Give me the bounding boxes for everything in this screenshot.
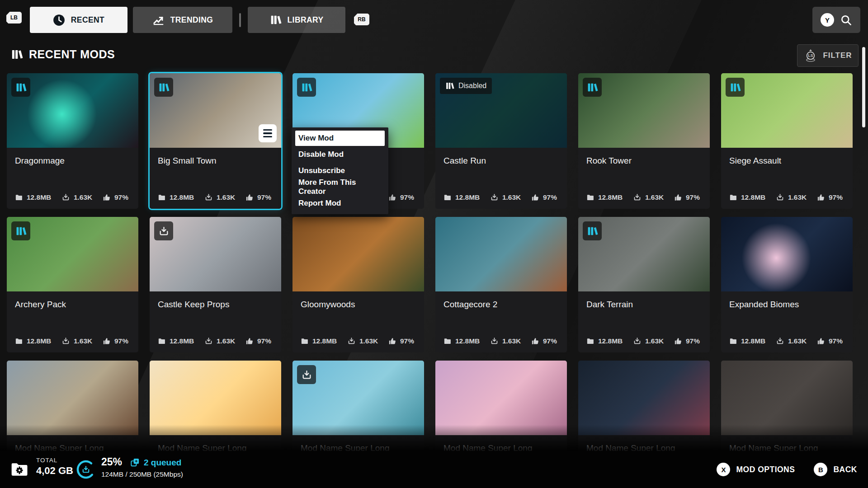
- total-storage: TOTAL 4,02 GB: [36, 457, 73, 477]
- folder-icon: [301, 337, 309, 345]
- mod-rating: 97%: [245, 337, 271, 345]
- mod-size: 12.8MB: [586, 337, 623, 345]
- mod-card[interactable]: Siege Assault 12.8MB 1.63K: [721, 73, 853, 209]
- folder-icon: [15, 193, 23, 202]
- mod-stats: 12.8MB 1.63K 97%: [301, 337, 414, 345]
- library-icon: [587, 82, 598, 93]
- mod-size: 12.8MB: [443, 193, 480, 202]
- mod-options-button[interactable]: X MOD OPTIONS: [717, 463, 795, 476]
- context-menu-item[interactable]: Unsubscribe: [295, 163, 385, 178]
- x-button-hint: X: [717, 463, 730, 476]
- download-progress-ring: [76, 460, 96, 479]
- mod-downloads: 1.63K: [204, 337, 235, 345]
- download-icon: [81, 465, 90, 474]
- top-bar: LB RECENT TRENDING LIBRARY RB Y: [0, 0, 868, 41]
- mod-stats: 12.8MB 1.63K 97%: [158, 193, 271, 202]
- mod-rating: 97%: [531, 337, 557, 345]
- mod-thumbnail: [150, 361, 281, 435]
- download-icon: [633, 193, 642, 202]
- mod-downloads: 1.63K: [633, 337, 664, 345]
- back-button[interactable]: B BACK: [814, 463, 857, 476]
- left-stick-icon: LS: [803, 48, 818, 63]
- mod-title: Rook Tower: [586, 156, 702, 166]
- mod-downloads: 1.63K: [776, 337, 807, 345]
- tab-recent[interactable]: RECENT: [30, 7, 127, 33]
- disabled-badge: Disabled: [440, 78, 492, 94]
- folder-icon: [443, 193, 452, 202]
- mod-title: Castle Run: [443, 156, 559, 166]
- mod-title: Castle Keep Props: [158, 300, 273, 310]
- mod-context-menu-button[interactable]: [259, 124, 277, 142]
- mod-card[interactable]: Disabled Castle Run 12.8MB: [435, 73, 567, 209]
- folder-icon: [729, 193, 737, 202]
- mod-card[interactable]: Rook Tower 12.8MB 1.63K: [578, 73, 710, 209]
- mod-size: 12.8MB: [443, 337, 480, 345]
- subscribed-badge: [11, 221, 30, 240]
- mod-card[interactable]: Dark Terrain 12.8MB 1.63K: [578, 217, 710, 352]
- context-menu-item[interactable]: Disable Mod: [295, 147, 385, 162]
- mod-downloads: 1.63K: [61, 337, 92, 345]
- mod-downloads: 1.63K: [776, 193, 807, 202]
- mod-thumbnail: [578, 217, 710, 291]
- mod-rating: 97%: [103, 193, 128, 202]
- mod-card[interactable]: Cottagecore 2 12.8MB 1.63K: [435, 217, 567, 352]
- mod-thumbnail: [435, 361, 567, 435]
- tab-library[interactable]: LIBRARY: [248, 7, 345, 33]
- mod-card[interactable]: Archery Pack 12.8MB 1.63K: [7, 217, 138, 352]
- context-menu-item[interactable]: Report Mod: [295, 196, 385, 211]
- search-button[interactable]: Y: [812, 7, 860, 33]
- subscribed-badge: [726, 78, 745, 97]
- folder-icon: [729, 337, 737, 345]
- mod-thumbnail: [7, 361, 138, 435]
- mod-title: Archery Pack: [15, 300, 130, 310]
- mod-stats: 12.8MB 1.63K 97%: [158, 337, 271, 345]
- queued-indicator: 2 queued: [130, 457, 181, 468]
- mod-rating: 97%: [817, 193, 843, 202]
- mod-card[interactable]: Dragonmage 12.8MB 1.63K: [7, 73, 138, 209]
- download-icon: [633, 337, 642, 345]
- scrollbar[interactable]: [862, 47, 865, 127]
- folder-icon: [586, 193, 594, 202]
- folder-icon: [15, 337, 23, 345]
- mod-title: Siege Assault: [729, 156, 844, 166]
- library-icon: [587, 225, 598, 237]
- mod-card[interactable]: Big Small Town 12.8MB 1.63K: [150, 73, 281, 209]
- mod-card[interactable]: Expanded Biomes 12.8MB 1.63K: [721, 217, 853, 352]
- mod-info: Gloomywoods 12.8MB 1.63K: [292, 291, 424, 352]
- context-menu-item[interactable]: More From This Creator: [295, 179, 385, 195]
- clock-icon: [53, 14, 65, 26]
- context-menu-item[interactable]: View Mod: [295, 131, 385, 146]
- mod-info: Siege Assault 12.8MB 1.63K: [721, 148, 853, 209]
- mod-stats: 12.8MB 1.63K 97%: [443, 337, 557, 345]
- filter-button[interactable]: LS FILTER: [797, 44, 859, 67]
- mod-rating: 97%: [245, 193, 271, 202]
- mod-card[interactable]: Gloomywoods 12.8MB 1.63K: [292, 217, 424, 352]
- tab-recent-label: RECENT: [71, 15, 104, 25]
- folder-icon: [586, 337, 594, 345]
- mod-thumbnail: [7, 73, 138, 148]
- mod-rating: 97%: [674, 337, 700, 345]
- mod-stats: 12.8MB 1.63K 97%: [729, 337, 843, 345]
- tab-trending[interactable]: TRENDING: [133, 7, 232, 33]
- mod-context-menu: View ModDisable ModUnsubscribeMore From …: [292, 127, 388, 214]
- mod-title: Dark Terrain: [586, 300, 702, 310]
- library-icon: [301, 82, 312, 93]
- thumbs-up-icon: [245, 337, 254, 345]
- mod-title: Dragonmage: [15, 156, 130, 166]
- tab-divider: [239, 13, 241, 27]
- mod-title: Gloomywoods: [301, 300, 416, 310]
- download-icon: [347, 337, 356, 345]
- mod-rating: 97%: [388, 337, 414, 345]
- library-icon: [11, 48, 23, 61]
- lb-shoulder-badge: LB: [6, 12, 22, 23]
- mod-card[interactable]: Castle Keep Props 12.8MB 1.63K: [150, 217, 281, 352]
- queue-icon: [130, 457, 140, 468]
- thumbs-up-icon: [817, 193, 825, 202]
- search-icon: [840, 14, 852, 26]
- mod-thumbnail: [578, 361, 710, 435]
- mod-options-label: MOD OPTIONS: [736, 465, 795, 474]
- section-header: RECENT MODS: [11, 48, 115, 61]
- library-icon: [730, 82, 741, 93]
- mod-rating: 97%: [674, 193, 700, 202]
- mod-downloads: 1.63K: [490, 337, 521, 345]
